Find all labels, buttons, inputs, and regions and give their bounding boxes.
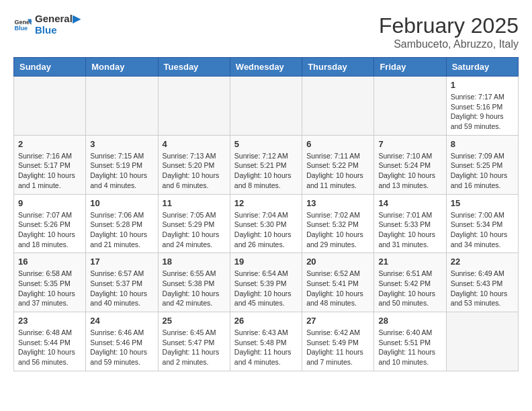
day-number: 7 (378, 139, 441, 149)
day-info: Sunrise: 7:04 AMSunset: 5:30 PMDaylight:… (234, 210, 298, 250)
calendar-cell: 23Sunrise: 6:48 AMSunset: 5:44 PMDayligh… (14, 312, 86, 371)
day-info: Sunrise: 6:40 AMSunset: 5:51 PMDaylight:… (378, 328, 441, 367)
day-number: 25 (163, 316, 226, 326)
calendar-cell: 12Sunrise: 7:04 AMSunset: 5:30 PMDayligh… (230, 194, 302, 253)
day-number: 16 (18, 257, 81, 267)
calendar-cell: 9Sunrise: 7:07 AMSunset: 5:26 PMDaylight… (14, 194, 86, 253)
day-number: 11 (163, 198, 226, 208)
calendar-cell: 3Sunrise: 7:15 AMSunset: 5:19 PMDaylight… (86, 135, 158, 194)
location: Sambuceto, Abruzzo, Italy (379, 38, 519, 50)
weekday-header-thursday: Thursday (302, 58, 374, 77)
calendar-week-2: 2Sunrise: 7:16 AMSunset: 5:17 PMDaylight… (14, 135, 519, 194)
day-info: Sunrise: 7:07 AMSunset: 5:26 PMDaylight:… (18, 210, 81, 250)
day-number: 1 (451, 80, 514, 90)
svg-text:Blue: Blue (14, 25, 28, 32)
calendar-cell: 17Sunrise: 6:57 AMSunset: 5:37 PMDayligh… (86, 253, 158, 312)
calendar-week-1: 1Sunrise: 7:17 AMSunset: 5:16 PMDaylight… (14, 77, 519, 136)
calendar-week-5: 23Sunrise: 6:48 AMSunset: 5:44 PMDayligh… (14, 312, 519, 371)
day-number: 20 (306, 257, 369, 267)
calendar-cell: 7Sunrise: 7:10 AMSunset: 5:24 PMDaylight… (374, 135, 446, 194)
day-info: Sunrise: 6:48 AMSunset: 5:44 PMDaylight:… (18, 328, 81, 367)
calendar-header-row: SundayMondayTuesdayWednesdayThursdayFrid… (14, 58, 519, 77)
day-number: 2 (18, 139, 81, 149)
weekday-header-sunday: Sunday (14, 58, 86, 77)
day-number: 10 (90, 198, 153, 208)
day-info: Sunrise: 6:57 AMSunset: 5:37 PMDaylight:… (90, 269, 153, 308)
calendar-cell: 24Sunrise: 6:46 AMSunset: 5:46 PMDayligh… (86, 312, 158, 371)
calendar-cell: 22Sunrise: 6:49 AMSunset: 5:43 PMDayligh… (446, 253, 518, 312)
day-number: 9 (18, 198, 81, 208)
day-info: Sunrise: 7:17 AMSunset: 5:16 PMDaylight:… (451, 92, 514, 132)
day-info: Sunrise: 7:15 AMSunset: 5:19 PMDaylight:… (90, 151, 153, 191)
calendar-cell (446, 312, 518, 371)
day-number: 27 (306, 316, 369, 326)
day-info: Sunrise: 7:10 AMSunset: 5:24 PMDaylight:… (378, 151, 441, 191)
day-info: Sunrise: 6:42 AMSunset: 5:49 PMDaylight:… (306, 328, 369, 367)
day-number: 5 (234, 139, 298, 149)
day-info: Sunrise: 6:43 AMSunset: 5:48 PMDaylight:… (234, 328, 298, 367)
month-title: February 2025 (379, 13, 519, 38)
page-header: General Blue General Blue General▶ Blue … (13, 13, 519, 50)
calendar-cell: 27Sunrise: 6:42 AMSunset: 5:49 PMDayligh… (302, 312, 374, 371)
day-info: Sunrise: 7:16 AMSunset: 5:17 PMDaylight:… (18, 151, 81, 191)
day-info: Sunrise: 6:58 AMSunset: 5:35 PMDaylight:… (18, 269, 81, 308)
day-number: 8 (451, 139, 514, 149)
calendar-cell: 25Sunrise: 6:45 AMSunset: 5:47 PMDayligh… (158, 312, 230, 371)
day-number: 3 (90, 139, 153, 149)
logo-icon: General Blue (13, 15, 32, 34)
calendar-cell: 18Sunrise: 6:55 AMSunset: 5:38 PMDayligh… (158, 253, 230, 312)
day-info: Sunrise: 6:51 AMSunset: 5:42 PMDaylight:… (378, 269, 441, 308)
weekday-header-tuesday: Tuesday (158, 58, 230, 77)
day-info: Sunrise: 6:54 AMSunset: 5:39 PMDaylight:… (234, 269, 298, 308)
calendar-cell: 15Sunrise: 7:00 AMSunset: 5:34 PMDayligh… (446, 194, 518, 253)
day-number: 19 (234, 257, 298, 267)
day-info: Sunrise: 7:00 AMSunset: 5:34 PMDaylight:… (451, 210, 514, 250)
weekday-header-friday: Friday (374, 58, 446, 77)
calendar-cell (86, 77, 158, 136)
day-info: Sunrise: 7:06 AMSunset: 5:28 PMDaylight:… (90, 210, 153, 250)
calendar-week-3: 9Sunrise: 7:07 AMSunset: 5:26 PMDaylight… (14, 194, 519, 253)
calendar-cell: 16Sunrise: 6:58 AMSunset: 5:35 PMDayligh… (14, 253, 86, 312)
calendar-cell: 11Sunrise: 7:05 AMSunset: 5:29 PMDayligh… (158, 194, 230, 253)
calendar-cell (158, 77, 230, 136)
logo: General Blue General Blue General▶ Blue (13, 13, 81, 36)
calendar-cell: 20Sunrise: 6:52 AMSunset: 5:41 PMDayligh… (302, 253, 374, 312)
day-info: Sunrise: 7:02 AMSunset: 5:32 PMDaylight:… (306, 210, 369, 250)
day-info: Sunrise: 6:49 AMSunset: 5:43 PMDaylight:… (451, 269, 514, 308)
day-number: 24 (90, 316, 153, 326)
weekday-header-saturday: Saturday (446, 58, 518, 77)
calendar-cell: 21Sunrise: 6:51 AMSunset: 5:42 PMDayligh… (374, 253, 446, 312)
calendar-cell: 4Sunrise: 7:13 AMSunset: 5:20 PMDaylight… (158, 135, 230, 194)
calendar-cell: 2Sunrise: 7:16 AMSunset: 5:17 PMDaylight… (14, 135, 86, 194)
calendar-table: SundayMondayTuesdayWednesdayThursdayFrid… (13, 57, 519, 371)
day-number: 4 (163, 139, 226, 149)
day-info: Sunrise: 6:55 AMSunset: 5:38 PMDaylight:… (163, 269, 226, 308)
calendar-cell: 5Sunrise: 7:12 AMSunset: 5:21 PMDaylight… (230, 135, 302, 194)
calendar-cell: 8Sunrise: 7:09 AMSunset: 5:25 PMDaylight… (446, 135, 518, 194)
weekday-header-wednesday: Wednesday (230, 58, 302, 77)
calendar-cell: 6Sunrise: 7:11 AMSunset: 5:22 PMDaylight… (302, 135, 374, 194)
day-number: 23 (18, 316, 81, 326)
day-number: 22 (451, 257, 514, 267)
day-info: Sunrise: 6:45 AMSunset: 5:47 PMDaylight:… (163, 328, 226, 367)
day-info: Sunrise: 7:05 AMSunset: 5:29 PMDaylight:… (163, 210, 226, 250)
day-info: Sunrise: 7:09 AMSunset: 5:25 PMDaylight:… (451, 151, 514, 191)
calendar-week-4: 16Sunrise: 6:58 AMSunset: 5:35 PMDayligh… (14, 253, 519, 312)
day-info: Sunrise: 7:11 AMSunset: 5:22 PMDaylight:… (306, 151, 369, 191)
day-info: Sunrise: 7:01 AMSunset: 5:33 PMDaylight:… (378, 210, 441, 250)
day-number: 15 (451, 198, 514, 208)
day-number: 13 (306, 198, 369, 208)
day-number: 21 (378, 257, 441, 267)
day-number: 6 (306, 139, 369, 149)
calendar-cell (14, 77, 86, 136)
calendar-cell: 19Sunrise: 6:54 AMSunset: 5:39 PMDayligh… (230, 253, 302, 312)
day-number: 12 (234, 198, 298, 208)
day-number: 26 (234, 316, 298, 326)
day-number: 14 (378, 198, 441, 208)
day-info: Sunrise: 7:13 AMSunset: 5:20 PMDaylight:… (163, 151, 226, 191)
calendar-cell (230, 77, 302, 136)
day-number: 18 (163, 257, 226, 267)
calendar-cell: 13Sunrise: 7:02 AMSunset: 5:32 PMDayligh… (302, 194, 374, 253)
day-info: Sunrise: 6:46 AMSunset: 5:46 PMDaylight:… (90, 328, 153, 367)
calendar-cell: 10Sunrise: 7:06 AMSunset: 5:28 PMDayligh… (86, 194, 158, 253)
